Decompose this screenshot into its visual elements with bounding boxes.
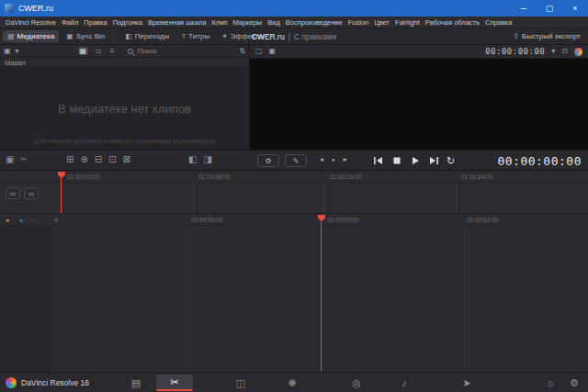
menu-trim[interactable]: Подгонка xyxy=(110,18,145,27)
deliver-page-icon: ➤ xyxy=(462,378,470,388)
ruler-options-icon[interactable]: ≡ xyxy=(54,217,58,223)
maximize-button[interactable]: ▢ xyxy=(537,0,562,17)
menu-fairlight[interactable]: Fairlight xyxy=(392,18,423,27)
project-settings-button[interactable]: ⚙ xyxy=(562,375,586,390)
overview-ruler[interactable]: 01:00:00:00 01:00:08:00 01:00:16:00 01:0… xyxy=(0,171,588,183)
page-tab-media[interactable]: ▤ xyxy=(124,375,148,390)
page-tab-fairlight[interactable]: ♪ xyxy=(392,375,416,390)
gear-icon: ⚙ xyxy=(570,378,579,388)
menu-timeline[interactable]: Временная шкала xyxy=(145,18,209,27)
zoom-range-icon: ▭ xyxy=(28,190,35,197)
append-icon[interactable]: ⊕ xyxy=(80,155,87,164)
search-input[interactable]: Поиск xyxy=(128,47,234,55)
close-button[interactable]: × xyxy=(562,0,588,17)
match-frame-icon[interactable]: ● xyxy=(332,157,335,162)
page-tab-deliver[interactable]: ➤ xyxy=(455,375,479,390)
viewer-tool-icon[interactable]: ▢ xyxy=(255,48,263,55)
viewer-mode-icon[interactable]: ▣ xyxy=(269,48,277,55)
menu-color[interactable]: Цвет xyxy=(371,18,392,27)
sync-bin-button[interactable]: ▣ Sync Bin xyxy=(62,30,109,42)
menu-fusion[interactable]: Fusion xyxy=(345,18,372,27)
timeline-playhead[interactable] xyxy=(321,220,322,372)
quick-export-button[interactable]: ⇧ Быстрый экспорт xyxy=(513,32,588,40)
source-clip-icon[interactable]: ▣ xyxy=(6,155,14,164)
audio-mute-icon[interactable]: ◌ xyxy=(33,217,37,223)
media-pool-panel: ▣ ▾ ▦ ▭ ≡ Поиск ⇅ Master В медиатеке нет… xyxy=(0,45,250,150)
step-back-icon[interactable]: ◂ xyxy=(320,156,323,163)
page-tab-cut[interactable]: ✂ xyxy=(156,375,193,391)
project-title-separator: | xyxy=(288,32,290,41)
transitions-button[interactable]: ◧ Переходы xyxy=(120,30,174,42)
ruler-gridline xyxy=(324,183,325,213)
tools-button[interactable]: ⚙ xyxy=(257,154,279,167)
timeline-ruler[interactable]: ● ● ◌ ≡ 00:59:58:00 01:00:00:00 01:00:02… xyxy=(0,214,588,226)
menu-help[interactable]: Справка xyxy=(482,18,514,27)
strip-view-button[interactable]: ▭ xyxy=(93,47,104,56)
ripple-overwrite-icon[interactable]: ⊟ xyxy=(95,155,102,164)
menu-markers[interactable]: Маркеры xyxy=(230,18,265,27)
menu-clip[interactable]: Клип xyxy=(209,18,230,27)
timeline-timecode[interactable]: 00:00:00:00 xyxy=(497,154,582,168)
timeline-tracks-area[interactable] xyxy=(0,226,588,372)
viewer-display[interactable] xyxy=(250,58,588,150)
menu-workspace[interactable]: Рабочая область xyxy=(423,18,482,27)
app-brand: DaVinci Resolve 16 xyxy=(6,373,89,392)
place-on-top-icon[interactable]: ⊠ xyxy=(123,155,130,164)
project-manager-button[interactable]: ⌂ xyxy=(538,375,562,390)
bin-name-row[interactable]: Master xyxy=(0,58,249,68)
transition-right-icon[interactable]: ◨ xyxy=(203,155,211,164)
timeline-tool-icon[interactable]: ● xyxy=(6,217,9,223)
sort-icon[interactable]: ⇅ xyxy=(239,48,245,55)
timeline-overview: 01:00:00:00 01:00:08:00 01:00:16:00 01:0… xyxy=(0,171,588,214)
page-toolbar: ▦ Медиатека ▣ Sync Bin ◧ Переходы T Титр… xyxy=(0,28,588,45)
stop-button[interactable] xyxy=(391,155,402,166)
color-page-icon: ◎ xyxy=(352,378,361,388)
media-pool-toggle-button[interactable]: ▦ Медиатека xyxy=(3,30,59,42)
edit-page-icon: ◫ xyxy=(236,378,245,388)
overview-playhead[interactable] xyxy=(61,177,62,213)
track-color-icon[interactable]: ● xyxy=(19,217,23,223)
chevron-down-icon[interactable]: ▾ xyxy=(16,48,19,55)
close-up-icon[interactable]: ⊡ xyxy=(108,155,116,164)
page-tab-fusion[interactable]: ❋ xyxy=(280,375,304,390)
zoom-range-view-button[interactable]: ▭ xyxy=(24,187,39,199)
smart-insert-icon[interactable]: ⊞ xyxy=(66,155,74,164)
viewer-fit-icon[interactable]: ⊡ xyxy=(561,48,568,55)
titles-button[interactable]: T Титры xyxy=(176,30,214,42)
grid-view-button[interactable]: ▦ xyxy=(78,47,89,56)
go-to-end-button[interactable] xyxy=(428,155,439,166)
resolve-color-badge-icon[interactable] xyxy=(574,48,582,56)
step-forward-icon[interactable]: ▸ xyxy=(344,156,347,163)
media-pool-label: Медиатека xyxy=(17,32,55,40)
transition-left-icon[interactable]: ◧ xyxy=(188,155,197,164)
ruler-gridline xyxy=(62,183,62,213)
razor-icon[interactable]: ✂ xyxy=(20,156,27,163)
viewer-timecode[interactable]: 00:00:00:00 xyxy=(485,47,545,56)
loop-button[interactable]: ↻ xyxy=(447,156,455,166)
boring-detector-icon: ✎ xyxy=(293,157,300,165)
go-to-start-button[interactable] xyxy=(373,155,384,166)
titles-label: Титры xyxy=(188,32,209,40)
play-button[interactable] xyxy=(410,155,421,166)
list-view-button[interactable]: ≡ xyxy=(108,47,117,56)
effects-icon: ✦ xyxy=(221,32,228,40)
track-header-column xyxy=(0,226,51,372)
full-extent-view-button[interactable]: ▭ xyxy=(6,187,20,199)
menu-playback[interactable]: Воспроизведение xyxy=(283,18,345,27)
menu-edit[interactable]: Правка xyxy=(81,18,109,27)
boring-detector-button[interactable]: ✎ xyxy=(285,154,307,167)
menu-view[interactable]: Вид xyxy=(265,18,283,27)
menu-davinci-resolve[interactable]: DaVinci Resolve xyxy=(3,18,59,27)
page-tab-edit[interactable]: ◫ xyxy=(229,375,253,390)
import-media-icon[interactable]: ▣ xyxy=(4,48,11,55)
ruler-gridline xyxy=(188,226,189,372)
minimize-button[interactable]: ─ xyxy=(511,0,537,17)
viewer-options-icon[interactable]: ▾ xyxy=(551,48,555,55)
toolbar-separator xyxy=(113,32,114,41)
page-tab-color[interactable]: ◎ xyxy=(345,375,368,390)
menu-bar: DaVinci Resolve Файл Правка Подгонка Вре… xyxy=(0,17,588,28)
ruler-tick: 01:00:24:00 xyxy=(461,174,492,180)
transport-bar: ▣ ✂ ⊞ ⊕ ⊟ ⊡ ⊠ ◧ ◨ ⚙ ✎ ◂ ● ▸ ↻ 00:00:00:0… xyxy=(0,150,588,171)
menu-file[interactable]: Файл xyxy=(59,18,81,27)
viewer-header: ▢ ▣ 00:00:00:00 ▾ ⊡ xyxy=(250,45,588,58)
